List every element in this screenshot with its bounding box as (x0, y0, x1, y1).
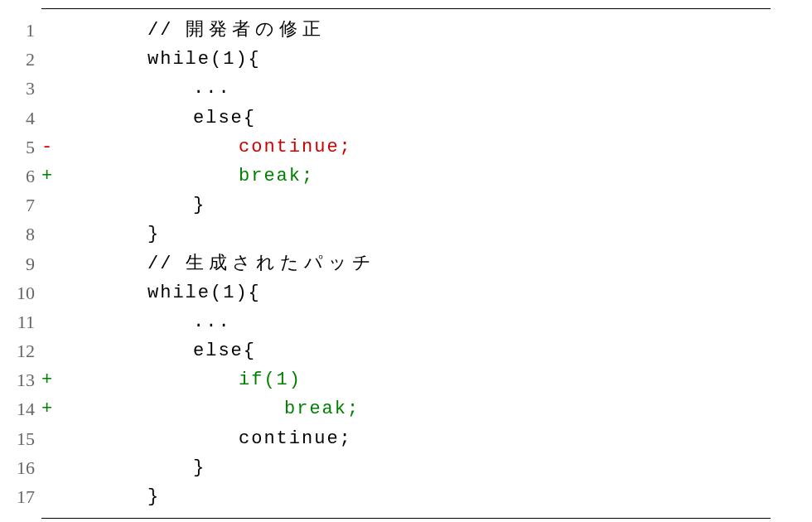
diff-sign: + (41, 394, 56, 423)
line-number: 1 (0, 16, 41, 45)
code-line: 15continue; (41, 424, 771, 453)
line-number: 3 (0, 74, 41, 103)
line-number: 6 (0, 162, 41, 191)
line-number: 16 (0, 453, 41, 482)
code-prefix: continue; (239, 137, 352, 157)
diff-sign (41, 453, 56, 482)
code-content: break; (56, 394, 771, 423)
code-line: 4else{ (41, 104, 771, 133)
code-line: 5-continue; (41, 133, 771, 162)
line-number: 8 (0, 220, 41, 249)
code-content: while(1){ (56, 45, 771, 74)
diff-sign (41, 45, 56, 74)
code-prefix: if(1) (239, 370, 302, 390)
code-prefix: } (147, 224, 160, 244)
code-prefix: while(1){ (147, 283, 261, 303)
line-number: 13 (0, 365, 41, 394)
diff-sign (41, 16, 56, 45)
code-line: 9// 生成されたパッチ (41, 249, 771, 278)
line-number: 11 (0, 307, 41, 336)
code-prefix: while(1){ (147, 49, 261, 70)
code-prefix: } (193, 457, 205, 478)
line-number: 2 (0, 45, 41, 74)
code-content: continue; (56, 133, 771, 162)
code-line: 3... (41, 74, 771, 103)
code-prefix: // (147, 254, 186, 274)
diff-sign (41, 74, 56, 103)
line-number: 7 (0, 191, 41, 220)
code-prefix: else{ (193, 108, 256, 128)
code-line: 8} (41, 220, 771, 249)
diff-sign (41, 104, 56, 133)
code-prefix: } (193, 195, 205, 215)
code-line: 16} (41, 453, 771, 482)
diff-sign: + (41, 365, 56, 394)
code-content: } (56, 482, 771, 511)
code-prefix: continue; (239, 428, 352, 449)
code-prefix: } (147, 486, 160, 507)
diff-sign: - (41, 133, 56, 162)
diff-sign (41, 191, 56, 220)
code-line: 7} (41, 191, 771, 220)
line-number: 5 (0, 133, 41, 162)
code-line: 13+if(1) (41, 365, 771, 394)
code-line: 14+break; (41, 394, 771, 423)
line-number: 15 (0, 424, 41, 453)
diff-sign (41, 424, 56, 453)
code-content: else{ (56, 104, 771, 133)
code-diff-block: 1// 開発者の修正2while(1){3...4else{5-continue… (41, 8, 771, 519)
code-content: } (56, 453, 771, 482)
code-content: if(1) (56, 365, 771, 394)
code-cjk-text: 開発者の修正 (186, 20, 326, 41)
code-content: break; (56, 162, 771, 191)
diff-sign (41, 220, 56, 249)
diff-sign (41, 307, 56, 336)
code-prefix: ... (193, 312, 231, 332)
line-number: 10 (0, 278, 41, 307)
diff-sign (41, 249, 56, 278)
diff-sign: + (41, 162, 56, 191)
code-line: 12else{ (41, 336, 771, 365)
code-line: 2while(1){ (41, 45, 771, 74)
code-content: // 開発者の修正 (56, 16, 771, 45)
code-line: 11... (41, 307, 771, 336)
code-content: } (56, 191, 771, 220)
line-number: 4 (0, 104, 41, 133)
line-number: 14 (0, 394, 41, 423)
diff-sign (41, 278, 56, 307)
line-number: 17 (0, 482, 41, 511)
code-content: while(1){ (56, 278, 771, 307)
line-number: 12 (0, 336, 41, 365)
code-prefix: // (147, 20, 186, 41)
code-line: 1// 開発者の修正 (41, 16, 771, 45)
code-prefix: ... (193, 78, 231, 99)
diff-sign (41, 336, 56, 365)
code-content: ... (56, 74, 771, 103)
code-line: 10while(1){ (41, 278, 771, 307)
code-prefix: break; (284, 399, 360, 419)
code-content: continue; (56, 424, 771, 453)
code-prefix: break; (239, 166, 314, 186)
code-content: else{ (56, 336, 771, 365)
diff-sign (41, 482, 56, 511)
code-prefix: else{ (193, 341, 256, 361)
code-line: 6+break; (41, 162, 771, 191)
code-line: 17} (41, 482, 771, 511)
code-cjk-text: 生成されたパッチ (186, 254, 376, 274)
code-content: ... (56, 307, 771, 336)
line-number: 9 (0, 249, 41, 278)
code-content: } (56, 220, 771, 249)
code-content: // 生成されたパッチ (56, 249, 771, 278)
